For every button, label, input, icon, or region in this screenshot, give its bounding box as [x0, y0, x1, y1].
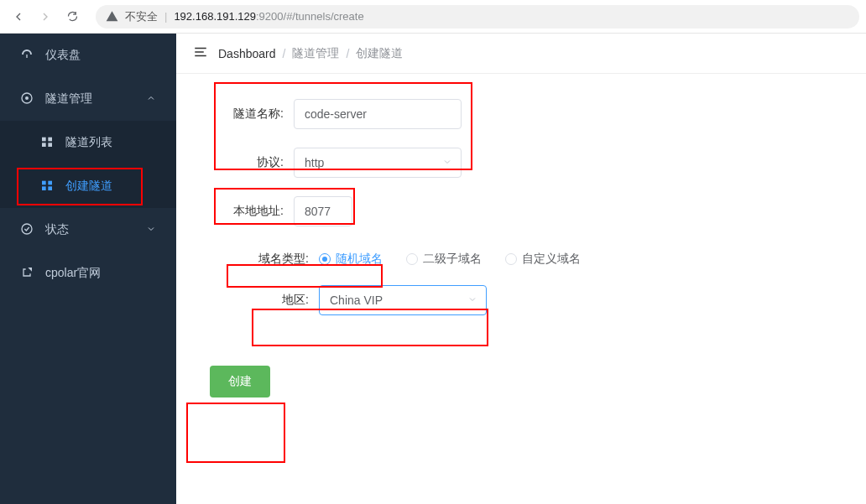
tunnel-icon — [20, 91, 34, 107]
sidebar-item-tunnel-create[interactable]: 创建隧道 — [0, 164, 176, 208]
sidebar-item-tunnel-list[interactable]: 隧道列表 — [0, 121, 176, 164]
radio-label: 二级子域名 — [423, 252, 482, 267]
local-addr-input[interactable] — [294, 196, 352, 226]
list-icon — [40, 135, 54, 151]
radio-second-domain[interactable]: 二级子域名 — [406, 252, 482, 267]
status-icon — [20, 222, 34, 238]
svg-rect-7 — [48, 180, 52, 184]
svg-rect-9 — [48, 186, 52, 190]
chevron-up-icon — [146, 92, 156, 106]
sidebar-item-cpolar-site[interactable]: cpolar官网 — [0, 252, 176, 295]
protocol-select[interactable]: http — [294, 148, 462, 178]
svg-point-10 — [22, 224, 32, 234]
radio-icon — [505, 253, 517, 265]
arrow-left-icon — [12, 10, 25, 23]
create-tunnel-form: 隧道名称: 协议: http 本地地址: 域名类型: 随机域名 — [176, 74, 866, 423]
radio-custom-domain[interactable]: 自定义域名 — [505, 252, 581, 267]
sidebar-item-label: 创建隧道 — [65, 179, 112, 194]
protocol-label: 协议: — [193, 155, 294, 170]
sidebar-item-label: 隧道管理 — [45, 91, 92, 107]
insecure-icon — [106, 10, 118, 23]
sidebar-item-status[interactable]: 状态 — [0, 208, 176, 252]
breadcrumb-sep: / — [346, 47, 349, 60]
region-value: China VIP — [330, 294, 383, 307]
protocol-value: http — [305, 156, 324, 169]
address-bar[interactable]: 不安全 | 192.168.191.129:9200/#/tunnels/cre… — [96, 5, 859, 29]
main-content: Dashboard / 隧道管理 / 创建隧道 隧道名称: 协议: http 本… — [176, 34, 866, 504]
svg-rect-2 — [42, 137, 46, 141]
domain-type-radio-group: 随机域名 二级子域名 自定义域名 — [319, 252, 581, 267]
breadcrumb: Dashboard / 隧道管理 / 创建隧道 — [218, 46, 403, 61]
grid-icon — [40, 179, 54, 195]
svg-point-1 — [25, 96, 29, 100]
forward-button[interactable] — [34, 5, 57, 29]
local-addr-label: 本地地址: — [193, 204, 294, 219]
breadcrumb-item[interactable]: 隧道管理 — [292, 46, 339, 61]
url-text: 192.168.191.129:9200/#/tunnels/create — [174, 10, 363, 23]
sidebar-item-label: 仪表盘 — [45, 48, 81, 63]
svg-rect-3 — [48, 137, 52, 141]
insecure-label: 不安全 — [125, 9, 158, 24]
create-button[interactable]: 创建 — [210, 366, 270, 397]
svg-rect-4 — [42, 143, 46, 147]
sidebar-item-label: 隧道列表 — [65, 135, 112, 150]
svg-rect-8 — [42, 186, 46, 190]
sidebar-item-tunnel-mgmt[interactable]: 隧道管理 — [0, 77, 176, 121]
sidebar-toggle[interactable] — [193, 44, 208, 62]
browser-toolbar: 不安全 | 192.168.191.129:9200/#/tunnels/cre… — [0, 0, 866, 34]
chevron-down-icon — [467, 294, 477, 307]
arrow-right-icon — [39, 10, 52, 23]
sidebar-item-label: 状态 — [45, 222, 69, 237]
sidebar-item-label: cpolar官网 — [45, 266, 101, 281]
breadcrumb-sep: / — [283, 47, 286, 60]
back-button[interactable] — [7, 5, 30, 29]
reload-button[interactable] — [60, 5, 84, 29]
tunnel-name-label: 隧道名称: — [193, 107, 294, 122]
external-link-icon — [20, 266, 34, 282]
sidebar: 仪表盘 隧道管理 隧道列表 创建隧道 状态 — [0, 34, 176, 504]
hamburger-icon — [193, 44, 208, 60]
domain-type-label: 域名类型: — [193, 252, 319, 267]
svg-rect-6 — [42, 180, 46, 184]
breadcrumb-item: 创建隧道 — [356, 46, 403, 61]
dashboard-icon — [20, 48, 34, 64]
region-select[interactable]: China VIP — [319, 285, 487, 315]
chevron-down-icon — [146, 223, 156, 236]
topbar: Dashboard / 隧道管理 / 创建隧道 — [176, 34, 866, 74]
breadcrumb-item[interactable]: Dashboard — [218, 47, 276, 60]
sidebar-item-dashboard[interactable]: 仪表盘 — [0, 34, 176, 77]
chevron-down-icon — [442, 156, 452, 169]
reload-icon — [66, 10, 79, 23]
radio-icon — [406, 253, 418, 265]
tunnel-name-input[interactable] — [294, 99, 462, 129]
radio-label: 随机域名 — [336, 252, 383, 267]
radio-icon — [319, 253, 331, 265]
radio-random-domain[interactable]: 随机域名 — [319, 252, 383, 267]
svg-rect-5 — [48, 143, 52, 147]
region-label: 地区: — [193, 293, 319, 308]
separator: | — [164, 10, 167, 23]
radio-label: 自定义域名 — [522, 252, 581, 267]
